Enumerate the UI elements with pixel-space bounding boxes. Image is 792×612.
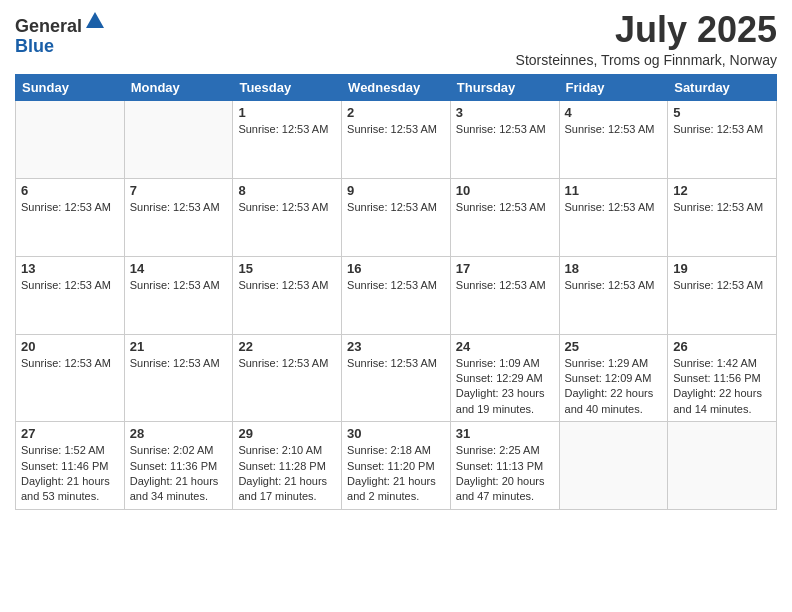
day-number: 29: [238, 426, 336, 441]
day-number: 1: [238, 105, 336, 120]
day-number: 2: [347, 105, 445, 120]
day-number: 14: [130, 261, 228, 276]
calendar-header-cell: Tuesday: [233, 74, 342, 100]
day-info: Sunrise: 2:02 AMSunset: 11:36 PMDaylight…: [130, 443, 228, 505]
calendar-day-cell: 22Sunrise: 12:53 AM: [233, 334, 342, 422]
calendar-day-cell: 24Sunrise: 1:09 AMSunset: 12:29 AMDaylig…: [450, 334, 559, 422]
day-number: 19: [673, 261, 771, 276]
day-info: Sunrise: 12:53 AM: [130, 200, 228, 215]
calendar-day-cell: 21Sunrise: 12:53 AM: [124, 334, 233, 422]
day-number: 31: [456, 426, 554, 441]
calendar-header-cell: Monday: [124, 74, 233, 100]
day-number: 6: [21, 183, 119, 198]
day-number: 21: [130, 339, 228, 354]
calendar-day-cell: 3Sunrise: 12:53 AM: [450, 100, 559, 178]
day-info: Sunrise: 12:53 AM: [565, 122, 663, 137]
day-number: 30: [347, 426, 445, 441]
calendar-day-cell: 18Sunrise: 12:53 AM: [559, 256, 668, 334]
day-info: Sunrise: 1:42 AMSunset: 11:56 PMDaylight…: [673, 356, 771, 418]
day-info: Sunrise: 12:53 AM: [21, 356, 119, 371]
day-number: 25: [565, 339, 663, 354]
day-info: Sunrise: 1:09 AMSunset: 12:29 AMDaylight…: [456, 356, 554, 418]
logo-general: General: [15, 16, 82, 36]
day-info: Sunrise: 12:53 AM: [347, 122, 445, 137]
day-info: Sunrise: 12:53 AM: [673, 122, 771, 137]
calendar-header-cell: Saturday: [668, 74, 777, 100]
day-number: 5: [673, 105, 771, 120]
calendar-day-cell: 12Sunrise: 12:53 AM: [668, 178, 777, 256]
calendar-day-cell: 23Sunrise: 12:53 AM: [342, 334, 451, 422]
calendar-day-cell: 17Sunrise: 12:53 AM: [450, 256, 559, 334]
calendar-day-cell: 16Sunrise: 12:53 AM: [342, 256, 451, 334]
day-info: Sunrise: 12:53 AM: [565, 278, 663, 293]
day-number: 10: [456, 183, 554, 198]
day-info: Sunrise: 12:53 AM: [130, 356, 228, 371]
page: General Blue July 2025 Storsteinnes, Tro…: [0, 0, 792, 612]
calendar-day-cell: [559, 422, 668, 510]
logo-text: General: [15, 10, 106, 37]
calendar-day-cell: 9Sunrise: 12:53 AM: [342, 178, 451, 256]
day-number: 8: [238, 183, 336, 198]
day-number: 23: [347, 339, 445, 354]
day-number: 4: [565, 105, 663, 120]
calendar-day-cell: 19Sunrise: 12:53 AM: [668, 256, 777, 334]
calendar-day-cell: 10Sunrise: 12:53 AM: [450, 178, 559, 256]
day-info: Sunrise: 12:53 AM: [21, 200, 119, 215]
calendar-day-cell: 8Sunrise: 12:53 AM: [233, 178, 342, 256]
day-info: Sunrise: 12:53 AM: [238, 278, 336, 293]
day-info: Sunrise: 1:52 AMSunset: 11:46 PMDaylight…: [21, 443, 119, 505]
day-number: 20: [21, 339, 119, 354]
day-info: Sunrise: 12:53 AM: [347, 278, 445, 293]
calendar-day-cell: 29Sunrise: 2:10 AMSunset: 11:28 PMDaylig…: [233, 422, 342, 510]
day-info: Sunrise: 12:53 AM: [130, 278, 228, 293]
day-info: Sunrise: 12:53 AM: [456, 122, 554, 137]
calendar-header-cell: Wednesday: [342, 74, 451, 100]
day-info: Sunrise: 12:53 AM: [456, 200, 554, 215]
calendar-day-cell: 11Sunrise: 12:53 AM: [559, 178, 668, 256]
logo-blue-text: Blue: [15, 37, 106, 57]
day-number: 17: [456, 261, 554, 276]
calendar-day-cell: 25Sunrise: 1:29 AMSunset: 12:09 AMDaylig…: [559, 334, 668, 422]
calendar-day-cell: [16, 100, 125, 178]
day-info: Sunrise: 2:18 AMSunset: 11:20 PMDaylight…: [347, 443, 445, 505]
calendar-week-row: 20Sunrise: 12:53 AM21Sunrise: 12:53 AM22…: [16, 334, 777, 422]
calendar-day-cell: [124, 100, 233, 178]
calendar-day-cell: 15Sunrise: 12:53 AM: [233, 256, 342, 334]
day-info: Sunrise: 12:53 AM: [238, 122, 336, 137]
calendar-week-row: 1Sunrise: 12:53 AM2Sunrise: 12:53 AM3Sun…: [16, 100, 777, 178]
day-info: Sunrise: 12:53 AM: [456, 278, 554, 293]
day-number: 28: [130, 426, 228, 441]
day-info: Sunrise: 12:53 AM: [21, 278, 119, 293]
calendar-day-cell: 7Sunrise: 12:53 AM: [124, 178, 233, 256]
calendar-header-cell: Thursday: [450, 74, 559, 100]
day-number: 22: [238, 339, 336, 354]
calendar-week-row: 13Sunrise: 12:53 AM14Sunrise: 12:53 AM15…: [16, 256, 777, 334]
calendar-header-row: SundayMondayTuesdayWednesdayThursdayFrid…: [16, 74, 777, 100]
day-number: 9: [347, 183, 445, 198]
day-number: 24: [456, 339, 554, 354]
day-number: 27: [21, 426, 119, 441]
day-number: 7: [130, 183, 228, 198]
day-info: Sunrise: 12:53 AM: [238, 200, 336, 215]
calendar-day-cell: 2Sunrise: 12:53 AM: [342, 100, 451, 178]
day-info: Sunrise: 12:53 AM: [347, 356, 445, 371]
calendar-week-row: 27Sunrise: 1:52 AMSunset: 11:46 PMDaylig…: [16, 422, 777, 510]
calendar-day-cell: 27Sunrise: 1:52 AMSunset: 11:46 PMDaylig…: [16, 422, 125, 510]
calendar-day-cell: 31Sunrise: 2:25 AMSunset: 11:13 PMDaylig…: [450, 422, 559, 510]
day-info: Sunrise: 1:29 AMSunset: 12:09 AMDaylight…: [565, 356, 663, 418]
calendar-week-row: 6Sunrise: 12:53 AM7Sunrise: 12:53 AM8Sun…: [16, 178, 777, 256]
title-block: July 2025 Storsteinnes, Troms og Finnmar…: [516, 10, 777, 68]
day-info: Sunrise: 12:53 AM: [238, 356, 336, 371]
calendar-table: SundayMondayTuesdayWednesdayThursdayFrid…: [15, 74, 777, 510]
calendar-day-cell: 4Sunrise: 12:53 AM: [559, 100, 668, 178]
header: General Blue July 2025 Storsteinnes, Tro…: [15, 10, 777, 68]
calendar-day-cell: 14Sunrise: 12:53 AM: [124, 256, 233, 334]
calendar-day-cell: 13Sunrise: 12:53 AM: [16, 256, 125, 334]
logo-icon: [84, 10, 106, 32]
day-info: Sunrise: 12:53 AM: [673, 278, 771, 293]
day-number: 12: [673, 183, 771, 198]
month-title: July 2025: [516, 10, 777, 50]
day-number: 16: [347, 261, 445, 276]
logo-blue: Blue: [15, 36, 54, 56]
calendar-day-cell: 28Sunrise: 2:02 AMSunset: 11:36 PMDaylig…: [124, 422, 233, 510]
